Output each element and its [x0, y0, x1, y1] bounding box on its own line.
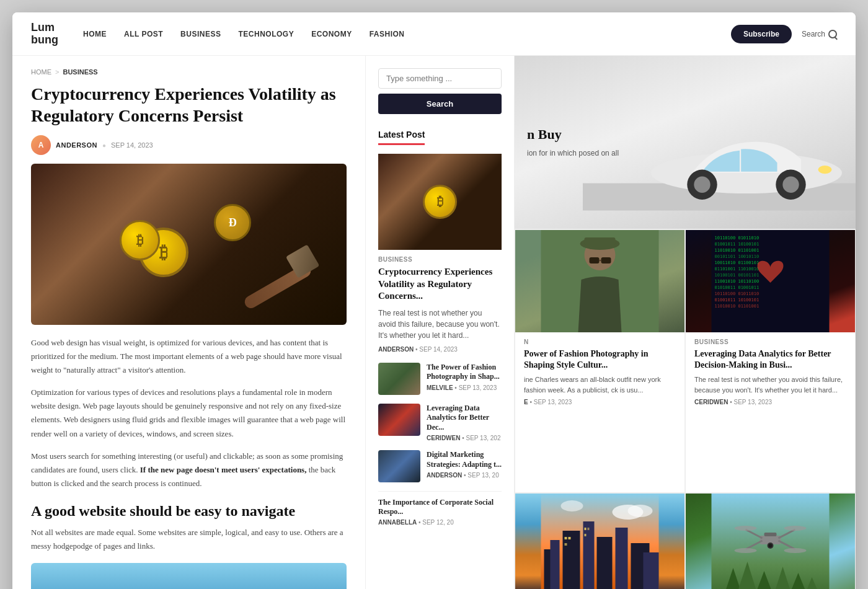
featured-post-image: ₿	[378, 154, 502, 250]
svg-point-43	[628, 505, 653, 517]
featured-post-title[interactable]: Cryptocurrency Experiences Volatility as…	[378, 266, 502, 303]
banner-text: n Buy ion for in which posed on all	[527, 126, 619, 159]
svg-text:11001010 10110100: 11001010 10110100	[715, 279, 760, 284]
svg-rect-41	[585, 534, 587, 536]
sidebar-post-2[interactable]: Leveraging Data Analytics for Better Dec…	[378, 404, 502, 442]
grid-card-city[interactable]	[515, 493, 685, 589]
article-meta: A ANDERSON ● SEP 14, 2023	[31, 135, 347, 155]
svg-rect-32	[597, 537, 613, 589]
svg-rect-29	[551, 540, 560, 589]
grid-card-drone[interactable]	[685, 493, 856, 589]
grid-card-fashion-body: N Power of Fashion Photography in Shapin…	[515, 332, 684, 414]
grid-card-fashion-meta: E • SEP 13, 2023	[524, 399, 676, 405]
svg-text:01010011 01001011: 01010011 01001011	[715, 285, 760, 290]
sidebar-post-4[interactable]: The Importance of Corporate Social Respo…	[378, 491, 502, 532]
article-para-3: Most users search for something interest…	[31, 450, 347, 490]
article-para-1: Good web design has visual weight, is op…	[31, 336, 347, 377]
latest-post-heading: Latest Post	[378, 130, 425, 145]
featured-post-category: BUSINESS	[378, 256, 502, 263]
doge-coin: Ð	[214, 204, 251, 241]
svg-text:01001011 10100101: 01001011 10100101	[715, 242, 760, 247]
grid-card-data-cat: BUSINESS	[694, 339, 846, 345]
article-section-title: A good website should be easy to navigat…	[31, 503, 347, 520]
right-panel: n Buy ion for in which posed on all	[515, 56, 856, 589]
svg-text:01101001 11010010: 01101001 11010010	[715, 267, 760, 272]
sidebar-post-3-content: Digital Marketing Strategies: Adapting t…	[427, 450, 502, 479]
nav-home[interactable]: HOME	[83, 30, 107, 38]
svg-point-61	[784, 548, 807, 553]
search-nav[interactable]: Search	[802, 30, 837, 38]
svg-point-3	[694, 177, 710, 193]
search-icon	[828, 30, 837, 38]
nav-business[interactable]: BUSINESS	[180, 30, 221, 38]
grid-card-data[interactable]: 10110100 01011010 01001011 10100101 1101…	[685, 229, 856, 493]
svg-text:10110100 01011010: 10110100 01011010	[715, 291, 760, 296]
svg-rect-53	[764, 533, 777, 536]
site-logo[interactable]: Lum bung	[31, 22, 58, 46]
svg-point-6	[818, 166, 832, 174]
nav-all-post[interactable]: ALL POST	[124, 30, 163, 38]
breadcrumb: HOME > BUSINESS	[31, 68, 347, 76]
gavel	[242, 262, 313, 310]
sidebar-post-1[interactable]: The Power of Fashion Photography in Shap…	[378, 363, 502, 395]
svg-rect-37	[569, 537, 571, 539]
svg-text:10110100 01011010: 10110100 01011010	[715, 236, 760, 241]
drone-illustration	[686, 494, 855, 589]
svg-text:11010010 01101001: 11010010 01101001	[715, 248, 760, 253]
grid-card-data-title: Leveraging Data Analytics for Better Dec…	[694, 348, 846, 371]
sidebar-post-3[interactable]: Digital Marketing Strategies: Adapting t…	[378, 450, 502, 482]
grid-card-data-excerpt: The real test is not whether you avoid t…	[694, 374, 846, 395]
grid-card-data-meta: CERIDWEN • SEP 13, 2023	[694, 399, 846, 405]
car-illustration	[583, 64, 856, 220]
sidebar-post-3-title: Digital Marketing Strategies: Adapting t…	[427, 450, 502, 469]
article-body: Good web design has visual weight, is op…	[31, 336, 347, 553]
grid-card-data-image: 10110100 01011010 01001011 10100101 1101…	[686, 230, 855, 332]
article-title: Cryptocurrency Experiences Volatility as…	[31, 83, 347, 126]
breadcrumb-separator: >	[55, 68, 59, 76]
breadcrumb-current: BUSINESS	[63, 68, 97, 76]
svg-point-44	[561, 500, 583, 512]
data-illustration: 10110100 01011010 01001011 10100101 1101…	[686, 230, 855, 332]
nav-links: HOME ALL POST BUSINESS TECHNOLOGY ECONOM…	[83, 30, 706, 38]
banner: n Buy ion for in which posed on all	[515, 56, 856, 229]
svg-rect-38	[565, 543, 567, 546]
grid-card-fashion-image	[515, 230, 684, 332]
nav-economy[interactable]: ECONOMY	[311, 30, 352, 38]
svg-point-59	[784, 526, 807, 531]
bitcoin-coin-2: ₿	[120, 220, 160, 260]
svg-rect-36	[565, 537, 567, 539]
article-hero-image-2	[31, 563, 347, 589]
grid-card-fashion[interactable]: N Power of Fashion Photography in Shapin…	[515, 229, 685, 493]
svg-rect-30	[563, 531, 580, 589]
svg-text:00101101 10010110: 00101101 10010110	[715, 254, 760, 259]
fashion-illustration	[515, 230, 684, 332]
featured-post-meta: ANDERSON • SEP 14, 2023	[378, 346, 502, 353]
search-input[interactable]	[378, 68, 502, 89]
latest-post-section: Latest Post	[378, 129, 502, 154]
article-hero-image: ₿ ₿ Ð	[31, 164, 347, 325]
nav-technology[interactable]: TECHNOLOGY	[238, 30, 294, 38]
nav-fashion[interactable]: FASHION	[370, 30, 405, 38]
grid-card-fashion-excerpt: ine Charles wears an all-black outfit ne…	[524, 374, 676, 395]
svg-point-63	[769, 544, 773, 547]
grid-card-fashion-cat: N	[524, 339, 676, 345]
sidebar-post-3-meta: ANDERSON • SEP 13, 20	[427, 472, 502, 479]
sidebar-post-2-content: Leveraging Data Analytics for Better Dec…	[427, 404, 502, 442]
sidebar-post-1-title: The Power of Fashion Photography in Shap…	[427, 363, 502, 382]
search-box: Search	[378, 68, 502, 114]
svg-rect-31	[583, 521, 595, 589]
svg-text:11010010 01101001: 11010010 01101001	[715, 304, 760, 309]
breadcrumb-home[interactable]: HOME	[31, 68, 51, 76]
grid-card-drone-image	[686, 494, 855, 589]
sidebar-post-1-meta: MELVILE • SEP 13, 2023	[427, 384, 502, 391]
search-button[interactable]: Search	[378, 94, 502, 114]
svg-rect-11	[590, 257, 600, 264]
sidebar-post-4-title: The Importance of Corporate Social Respo…	[378, 498, 502, 516]
main-content: HOME > BUSINESS Cryptocurrency Experienc…	[12, 56, 856, 589]
sidebar-post-1-image	[378, 363, 420, 395]
article-para-4: Not all websites are made equal. Some we…	[31, 526, 347, 553]
svg-text:10100101 00101101: 10100101 00101101	[715, 273, 760, 278]
subscribe-button[interactable]: Subscribe	[731, 25, 792, 43]
grid-card-fashion-title: Power of Fashion Photography in Shaping …	[524, 348, 676, 371]
svg-rect-40	[588, 528, 590, 530]
